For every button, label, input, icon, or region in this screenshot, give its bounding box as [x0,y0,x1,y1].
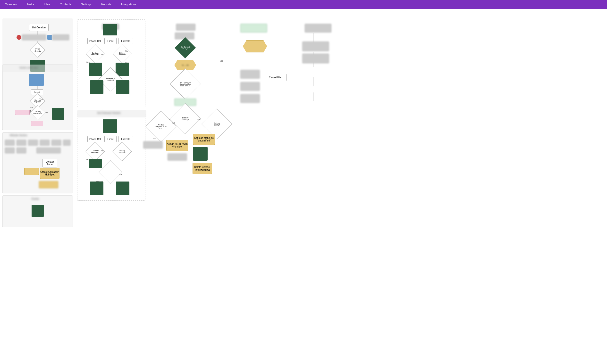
node-delete-action[interactable] [193,147,208,161]
node-blurred-right-1 [302,41,329,51]
section-2-label: Section Label Here [19,66,38,69]
node-green-2[interactable] [52,108,64,120]
node-phone-call-2[interactable]: Phone Call [87,136,103,142]
node-blurred-col-2 [240,82,260,91]
section-outreach2-label: 2nd Outreach Section [97,112,121,114]
node-web-5 [52,140,61,146]
node-blurred-col-1 [240,70,260,79]
node-data-enrich-2 [52,34,69,40]
node-green-bottom[interactable] [32,205,44,217]
node-green-out-6[interactable] [90,182,104,195]
node-outreach-start[interactable] [103,24,117,35]
node-gold-1 [24,168,39,175]
section-3-label: Website Section [10,134,27,137]
node-email-2[interactable]: Email [105,136,117,142]
node-gold-bottom [39,181,58,188]
node-pink-1 [15,110,30,115]
node-closed-won[interactable]: Closed Won [265,74,287,81]
node-web-3 [28,140,38,146]
node-blurred-col-3 [240,94,260,103]
node-assigned-sdr[interactable]: Are theyassigned to anSDR? [145,111,176,142]
node-phone-call-1[interactable]: Phone Call [87,38,103,44]
node-blurred-mid-2 [168,153,187,161]
node-blurred-mid-1 [143,141,163,148]
node-data-enrich-blue [47,35,52,40]
nav-settings[interactable]: Settings [81,3,91,6]
node-green-out-1[interactable] [89,63,102,76]
node-email-1[interactable]: Email [105,38,117,44]
nav-contacts[interactable]: Contacts [60,3,71,6]
label-no-sdr: No [172,122,175,124]
node-contact-form[interactable]: Contact Form [42,159,57,168]
nav-files[interactable]: Files [44,3,50,6]
node-gold-hex-right [243,40,267,52]
node-meeting-blurred-1 [176,24,196,31]
section-4-label: Events [32,197,39,200]
node-linkedin-2[interactable]: LinkedIn [119,136,133,142]
node-web-6 [63,140,70,146]
label-yes-right: Yes [220,60,223,62]
node-data-enrich-1 [22,34,46,40]
nav-reports[interactable]: Reports [101,3,111,6]
node-set-sql-full[interactable]: Set Contact asSales QualifiedLead (SQL)? [170,68,200,99]
label-yes-interested: Yes [44,111,48,114]
node-data-enrich-red [16,35,21,40]
nav-tasks[interactable]: Tasks [27,3,34,6]
node-web-2 [16,140,26,146]
label-no-co1: No [101,53,104,56]
label-yes-show: Yes [197,118,201,121]
label-yes-sdr: Yes [152,137,156,140]
flowchart-canvas: List Creation FilterCriteria Section Lab… [0,9,607,364]
node-set-unqualified[interactable]: Set lead status as "unqualified" [193,134,215,145]
node-web-7 [5,148,14,153]
label-no-dr1: No [125,50,128,52]
node-green-out-4[interactable] [116,80,129,94]
label-no-2: No [119,173,122,176]
node-did-respond-1[interactable]: Did theyrespond? [112,44,132,63]
label-no-co2: No [101,149,104,152]
node-far-right-rect [305,24,331,33]
node-did-respond-2[interactable]: Did theyrespond? [112,142,132,161]
node-did-show-up[interactable]: Did theyshow up? [170,103,200,134]
node-assign-sdr[interactable]: Assign to SDR with Workflow [166,140,188,151]
node-green-out-5[interactable] [89,159,102,168]
node-web-9 [36,148,61,153]
label-no-3: No [30,106,33,109]
node-blurred-right-2 [302,54,329,63]
node-set-sql[interactable]: Set Contactas SQL [175,37,196,58]
node-green-out-7[interactable] [116,182,129,195]
node-web-1 [5,140,14,146]
node-create-contact[interactable]: Create Contact in HubSpot [40,168,59,179]
node-outreach2-start[interactable] [103,119,117,133]
node-linkedin-1[interactable]: LinkedIn [119,38,133,44]
node-delete-contact[interactable]: Delete Contact from HubSpot [193,163,212,174]
label-yes-3: Yes [39,98,43,101]
node-blue-1 [29,74,44,86]
node-web-8 [16,148,26,153]
node-pink-2 [31,121,43,126]
nav-overview[interactable]: Overview [5,3,17,6]
node-list-creation[interactable]: List Creation [29,24,49,31]
node-web-4 [40,140,50,146]
top-nav: Overview Tasks Files Contacts Settings R… [0,0,607,9]
nav-integrations[interactable]: Integrations [121,3,136,6]
node-green-out-3[interactable] [90,80,104,94]
node-far-right-top [240,24,267,33]
